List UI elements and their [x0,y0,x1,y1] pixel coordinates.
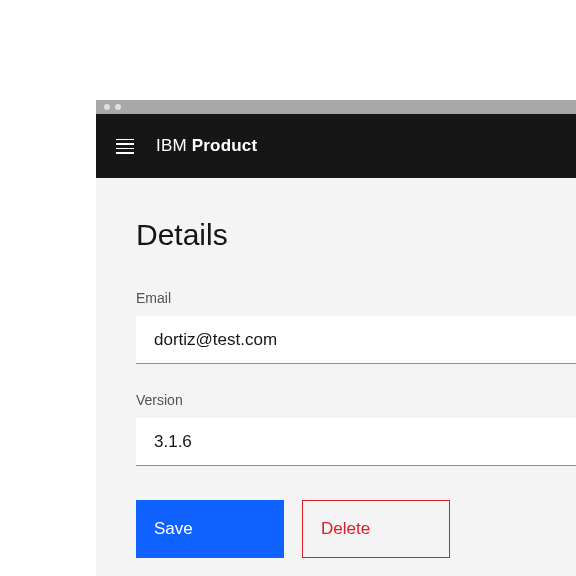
window-titlebar [96,100,576,114]
page-title: Details [136,218,576,252]
button-row: Save Delete [136,500,576,558]
window-control-dot[interactable] [104,104,110,110]
menu-icon[interactable] [116,137,134,155]
version-field[interactable] [136,418,576,466]
main-content: Details Email Version Save Delete [96,178,576,558]
app-header: IBM Product [96,114,576,178]
version-label: Version [136,392,576,408]
email-field[interactable] [136,316,576,364]
app-window: IBM Product Details Email Version Save D… [96,100,576,576]
email-label: Email [136,290,576,306]
brand-bold: Product [192,136,258,155]
delete-button[interactable]: Delete [302,500,450,558]
brand-label: IBM Product [156,136,257,156]
window-control-dot[interactable] [115,104,121,110]
brand-light: IBM [156,136,192,155]
save-button[interactable]: Save [136,500,284,558]
